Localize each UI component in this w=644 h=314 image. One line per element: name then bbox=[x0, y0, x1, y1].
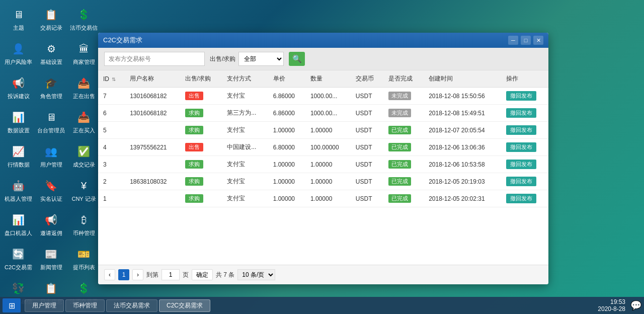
page-confirm-button[interactable]: 确定 bbox=[192, 269, 213, 280]
action-button[interactable]: 撤回发布 bbox=[506, 160, 536, 169]
sidebar-item-icon: 📥 bbox=[76, 109, 92, 125]
close-button[interactable]: ✕ bbox=[533, 36, 543, 45]
sidebar-item[interactable]: 📊 盘口机器人 bbox=[3, 208, 34, 241]
cell-amount: 1.00000 bbox=[305, 122, 351, 139]
sidebar-item-icon: 👥 bbox=[43, 143, 59, 160]
taskbar-item[interactable]: 法币交易需求 bbox=[106, 299, 157, 312]
type-badge: 求购 bbox=[185, 194, 203, 203]
sidebar-item[interactable]: 👥 用户管理 bbox=[35, 139, 67, 173]
page-goto-input[interactable] bbox=[162, 269, 180, 280]
sidebar-item-icon: 🎫 bbox=[76, 246, 92, 262]
table-row: 4 13975556221 出售 中国建设... 6.80000 100.000… bbox=[98, 139, 548, 156]
sender-id-input[interactable] bbox=[104, 52, 205, 66]
type-badge: 出售 bbox=[185, 92, 203, 100]
sidebar-item[interactable]: 📢 邀请返佣 bbox=[35, 208, 67, 241]
cell-time: 2018-12-06 13:06:36 bbox=[424, 139, 501, 156]
sidebar-item[interactable]: 🖥 主题 bbox=[3, 3, 34, 36]
sidebar-item[interactable]: 📈 行情数据 bbox=[3, 139, 34, 173]
sidebar-item-icon: ₿ bbox=[76, 212, 92, 228]
taskbar-item[interactable]: C2C交易需求 bbox=[159, 299, 210, 312]
page-size-select[interactable]: 10 条/页 20 条/页 50 条/页 bbox=[237, 269, 275, 280]
cell-type: 出售 bbox=[180, 88, 222, 105]
cell-price: 1.00000 bbox=[268, 190, 305, 207]
taskbar-item[interactable]: 用户管理 bbox=[25, 299, 64, 312]
sidebar-item-label: 商家管理 bbox=[73, 58, 95, 66]
sidebar-item-label: 基础设置 bbox=[40, 58, 62, 66]
sidebar-item-icon: 👤 bbox=[11, 41, 27, 57]
cell-action: 撤回发布 bbox=[501, 122, 548, 139]
sidebar-item[interactable]: 🎓 角色管理 bbox=[35, 71, 67, 104]
action-button[interactable]: 撤回发布 bbox=[506, 142, 536, 152]
window-titlebar: C2C交易需求 ─ □ ✕ bbox=[98, 33, 548, 48]
sidebar-item-icon: 📋 bbox=[43, 280, 59, 296]
minimize-button[interactable]: ─ bbox=[508, 36, 518, 45]
cell-done: 已完成 bbox=[383, 139, 424, 156]
cell-action: 撤回发布 bbox=[501, 173, 548, 190]
chat-icon[interactable]: 💬 bbox=[630, 300, 641, 311]
sidebar: 🖥 主题 📋 交易记录 💲 法币交易信 👤 用户风险率 ⚙ 基础设置 🏛 商家管… bbox=[0, 0, 93, 297]
taskbar-item[interactable]: 币种管理 bbox=[65, 299, 105, 312]
sidebar-item-icon: 🎓 bbox=[43, 75, 59, 91]
trade-type-select[interactable]: 全部 出售 求购 bbox=[238, 52, 284, 66]
done-badge: 未完成 bbox=[388, 92, 411, 100]
cell-currency: USDT bbox=[351, 139, 384, 156]
cell-amount: 1.00000 bbox=[305, 156, 351, 173]
sidebar-item[interactable]: ¥ CNY 记录 bbox=[68, 174, 100, 207]
type-badge: 求购 bbox=[185, 109, 203, 117]
table-row: 2 18638108032 求购 支付宝 1.00000 1.00000 USD… bbox=[98, 173, 548, 190]
sidebar-item[interactable]: ⚙ 基础设置 bbox=[35, 37, 67, 70]
maximize-button[interactable]: □ bbox=[521, 36, 531, 45]
sidebar-item[interactable]: ✅ 成交记录 bbox=[68, 139, 100, 173]
sidebar-item-label: 法币交易信 bbox=[70, 24, 98, 32]
sidebar-item[interactable]: 🏛 商家管理 bbox=[68, 37, 100, 70]
cell-time: 2018-12-06 10:53:58 bbox=[424, 156, 501, 173]
sidebar-item[interactable]: ₿ 币种管理 bbox=[68, 208, 100, 241]
cell-amount: 1000.00... bbox=[305, 88, 351, 105]
cell-done: 已完成 bbox=[383, 173, 424, 190]
sidebar-item-label: CNY 记录 bbox=[71, 195, 96, 203]
sidebar-item-label: 机器人管理 bbox=[5, 195, 32, 203]
sidebar-item[interactable]: 👤 用户风险率 bbox=[3, 37, 34, 70]
taskbar-items: 用户管理币种管理法币交易需求C2C交易需求 bbox=[25, 299, 598, 312]
sidebar-item[interactable]: 🤖 机器人管理 bbox=[3, 174, 34, 207]
action-button[interactable]: 撤回发布 bbox=[506, 177, 536, 186]
search-button[interactable]: 🔍 bbox=[289, 52, 305, 66]
table-body: 7 13016068182 出售 支付宝 6.86000 1000.00... … bbox=[98, 88, 548, 207]
cell-type: 求购 bbox=[180, 190, 222, 207]
sidebar-item[interactable]: 💲 法币交易信 bbox=[68, 3, 100, 36]
action-button[interactable]: 撤回发布 bbox=[506, 91, 536, 101]
start-button[interactable]: ⊞ bbox=[3, 298, 21, 312]
sidebar-item-label: 用户管理 bbox=[40, 161, 62, 169]
sidebar-item-label: 主题 bbox=[13, 24, 24, 32]
sidebar-item-icon: ⚙ bbox=[43, 41, 59, 57]
next-page-button[interactable]: › bbox=[132, 269, 143, 280]
sidebar-item-icon: 💲 bbox=[76, 280, 92, 296]
col-action: 操作 bbox=[501, 70, 548, 88]
cell-done: 已完成 bbox=[383, 122, 424, 139]
sidebar-item[interactable]: 📥 正在买入 bbox=[68, 105, 100, 138]
action-button[interactable]: 撤回发布 bbox=[506, 125, 536, 135]
done-badge: 已完成 bbox=[388, 160, 411, 169]
sidebar-item[interactable]: 🔖 实名认证 bbox=[35, 174, 67, 207]
sidebar-item[interactable]: 📰 新闻管理 bbox=[35, 242, 67, 275]
sidebar-item[interactable]: 📋 交易记录 bbox=[35, 3, 67, 36]
action-button[interactable]: 撤回发布 bbox=[506, 108, 536, 118]
total-count: 共 7 条 bbox=[216, 271, 234, 279]
sidebar-item[interactable]: 📊 数据设置 bbox=[3, 105, 34, 138]
sidebar-item[interactable]: 🔄 C2C交易需 bbox=[3, 242, 34, 275]
action-button[interactable]: 撤回发布 bbox=[506, 194, 536, 203]
sidebar-item-icon: 📈 bbox=[11, 143, 27, 160]
sidebar-item[interactable]: 📤 正在出售 bbox=[68, 71, 100, 104]
prev-page-button[interactable]: ‹ bbox=[104, 269, 115, 280]
sidebar-item-label: 用户风险率 bbox=[5, 58, 32, 66]
page-1-button[interactable]: 1 bbox=[118, 269, 129, 280]
search-icon: 🔍 bbox=[292, 54, 302, 63]
sidebar-item[interactable]: 🎫 提币列表 bbox=[68, 242, 100, 275]
sidebar-item[interactable]: 🖥 台台管理员 bbox=[35, 105, 67, 138]
sidebar-item-icon: 💲 bbox=[76, 7, 92, 23]
sidebar-item[interactable]: 📢 投诉建议 bbox=[3, 71, 34, 104]
cell-currency: USDT bbox=[351, 173, 384, 190]
type-badge: 出售 bbox=[185, 143, 203, 151]
sidebar-item-icon: 🖥 bbox=[11, 7, 27, 23]
cell-payment: 支付宝 bbox=[222, 122, 268, 139]
